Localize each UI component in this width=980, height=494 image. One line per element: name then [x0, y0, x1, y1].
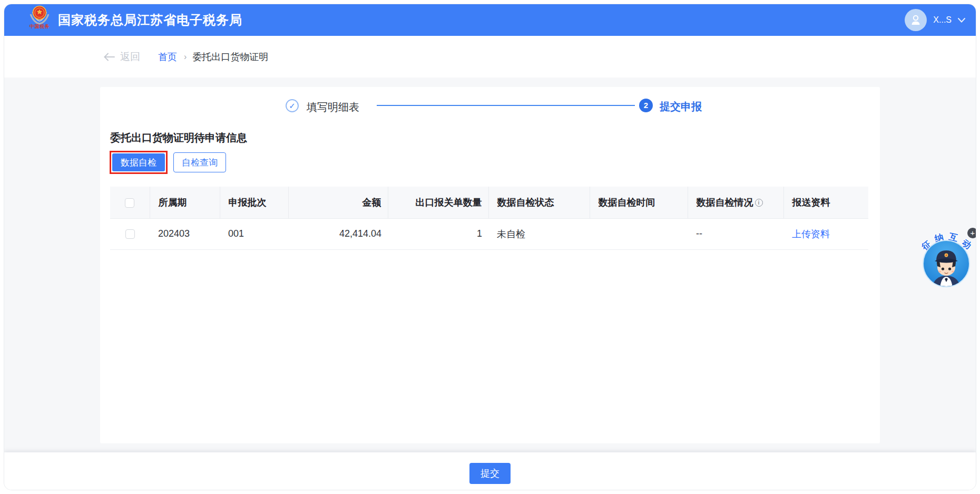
select-all-cell — [110, 187, 150, 218]
breadcrumb-current: 委托出口货物证明 — [192, 51, 268, 63]
breadcrumb-separator: › — [184, 52, 187, 62]
national-emblem-icon — [28, 5, 51, 25]
table-header-row: 所属期 申报批次 金额 出口报关单数量 数据自检状态 数据自检时间 数据自检情况… — [110, 187, 868, 218]
chevron-down-icon[interactable] — [958, 18, 965, 23]
footer-bar: 提交 — [4, 452, 976, 490]
user-name: X...S — [933, 15, 952, 25]
col-header-batch: 申报批次 — [220, 187, 288, 218]
content-area: ✓ 填写明细表 2 提交申报 委托出口货物证明待申请信息 数据自检 自检查询 — [4, 78, 976, 452]
row-select-cell — [110, 218, 150, 249]
cell-self-check-time — [590, 218, 688, 249]
cell-self-check-status: 未自检 — [488, 218, 590, 249]
upload-link[interactable]: 上传资料 — [792, 229, 830, 239]
cell-batch: 001 — [220, 218, 288, 249]
col-header-period: 所属期 — [150, 187, 220, 218]
avatar[interactable] — [905, 9, 927, 31]
step2-number-badge: 2 — [639, 99, 653, 112]
cell-self-check-detail: -- — [688, 218, 783, 249]
step2-label: 提交申报 — [660, 100, 702, 114]
app-header: 中国税务 国家税务总局江苏省电子税务局 X...S — [4, 4, 976, 36]
select-all-checkbox[interactable] — [125, 198, 134, 208]
col-header-self-check-detail-label: 数据自检情况 — [697, 197, 753, 208]
breadcrumb: 返回 首页 › 委托出口货物证明 — [4, 36, 976, 78]
main-card: ✓ 填写明细表 2 提交申报 委托出口货物证明待申请信息 数据自检 自检查询 — [100, 87, 880, 443]
info-icon[interactable]: i — [755, 199, 763, 207]
app-title: 国家税务总局江苏省电子税务局 — [58, 4, 242, 36]
col-header-self-check-status: 数据自检状态 — [488, 187, 590, 218]
section-title: 委托出口货物证明待申请信息 — [110, 131, 247, 145]
breadcrumb-home-link[interactable]: 首页 — [158, 51, 177, 63]
step1-done-icon: ✓ — [286, 99, 299, 112]
self-check-query-button[interactable]: 自检查询 — [173, 152, 226, 172]
tax-bureau-logo: 中国税务 — [27, 5, 52, 30]
step-connector-line — [377, 105, 635, 106]
data-self-check-button[interactable]: 数据自检 — [112, 153, 165, 171]
interaction-widget: 征 纳 互 动 + — [920, 226, 976, 288]
col-header-declaration-count: 出口报关单数量 — [388, 187, 488, 218]
expand-plus-button[interactable]: + — [967, 228, 976, 238]
app-window: 中国税务 国家税务总局江苏省电子税务局 X...S 返回 首页 › 委托出口货物… — [4, 4, 976, 490]
tax-officer-mascot-icon[interactable] — [923, 240, 970, 287]
back-button[interactable]: 返回 — [120, 50, 140, 64]
col-header-self-check-detail: 数据自检情况i — [688, 187, 783, 218]
col-header-amount: 金额 — [288, 187, 388, 218]
table-row: 202403 001 42,414.04 1 未自检 -- 上传资料 — [110, 218, 868, 249]
col-header-submit-material: 报送资料 — [783, 187, 868, 218]
highlight-box: 数据自检 — [110, 151, 168, 174]
back-arrow-icon[interactable] — [103, 53, 115, 61]
submit-button[interactable]: 提交 — [469, 463, 511, 484]
cell-declaration-count: 1 — [388, 218, 488, 249]
user-icon — [909, 14, 922, 26]
logo-caption: 中国税务 — [27, 23, 52, 30]
application-table: 所属期 申报批次 金额 出口报关单数量 数据自检状态 数据自检时间 数据自检情况… — [110, 187, 868, 250]
col-header-self-check-time: 数据自检时间 — [590, 187, 688, 218]
cell-period: 202403 — [150, 218, 220, 249]
row-checkbox[interactable] — [125, 229, 135, 239]
cell-upload: 上传资料 — [783, 218, 868, 249]
user-menu[interactable]: X...S — [905, 4, 965, 36]
cell-amount: 42,414.04 — [288, 218, 388, 249]
step1-label: 填写明细表 — [307, 100, 359, 114]
